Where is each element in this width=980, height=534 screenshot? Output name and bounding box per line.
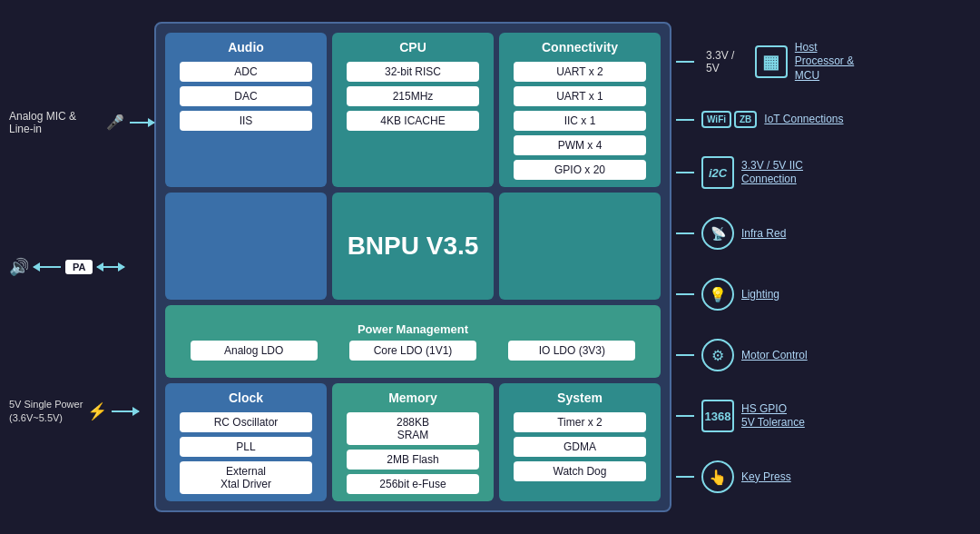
host-line <box>676 61 694 63</box>
core-ldo-box: Core LDO (1V1) <box>349 341 476 361</box>
xtal-box: ExternalXtal Driver <box>180 461 312 494</box>
speaker-arrow-left <box>34 266 61 268</box>
risc-box: 32-bit RISC <box>347 62 479 82</box>
power-section: Power Management Analog LDO Core LDO (1V… <box>165 305 661 378</box>
ir-line <box>676 232 694 234</box>
rc-osc-box: RC Oscillator <box>180 412 312 432</box>
speaker-icon: 🔊 <box>9 257 29 277</box>
voltage-label: 3.3V / 5V <box>706 49 748 74</box>
gpio-label: HS GPIO5V Tolerance <box>741 402 805 430</box>
gpio-line <box>676 415 694 417</box>
power-icon: ⚡ <box>87 401 107 421</box>
host-row: 3.3V / 5V ▦ HostProcessor & MCU <box>676 41 876 84</box>
mic-icon: 🎤 <box>106 114 124 131</box>
lighting-row: 💡 Lighting <box>676 278 876 311</box>
analog-mic-item: Analog MIC & Line-in 🎤 <box>9 110 154 135</box>
mhz-box: 215MHz <box>347 86 479 106</box>
iot-line <box>676 119 694 121</box>
ir-label: Infra Red <box>741 227 786 242</box>
connectivity-section: Connectivity UART x 2 UART x 1 IIC x 1 P… <box>499 33 661 187</box>
power-label: 5V Single Power(3.6V~5.5V) <box>9 398 83 424</box>
pa-arrow <box>97 266 124 268</box>
clock-title: Clock <box>229 391 263 405</box>
gpio-icon: 1368 <box>701 400 734 432</box>
system-section: System Timer x 2 GDMA Watch Dog <box>499 383 661 501</box>
memory-section: Memory 288KBSRAM 2MB Flash 256bit e-Fuse <box>332 383 494 501</box>
motor-label: Motor Control <box>741 349 808 363</box>
keypress-row: 👆 Key Press <box>676 460 876 493</box>
power-arrow <box>112 410 139 412</box>
audio-section: Audio ADC DAC IIS <box>165 33 327 187</box>
iic-label: 3.3V / 5V IICConnection <box>741 159 803 187</box>
cpu-title: CPU <box>399 40 426 54</box>
keypress-icon: 👆 <box>701 460 734 493</box>
pll-box: PLL <box>180 437 312 457</box>
connectivity-extra <box>499 193 661 300</box>
host-label: HostProcessor & MCU <box>795 41 876 84</box>
timer-box: Timer x 2 <box>514 412 646 432</box>
gpio-box: GPIO x 20 <box>514 160 646 180</box>
dac-box: DAC <box>180 86 312 106</box>
speaker-item: 🔊 PA <box>9 257 154 277</box>
bnpu-label: BNPU V3.5 <box>348 232 479 261</box>
gdma-box: GDMA <box>514 437 646 457</box>
icache-box: 4KB ICACHE <box>347 111 479 131</box>
pwm-box: PWM x 4 <box>514 135 646 155</box>
system-title: System <box>557 391 603 405</box>
power-inner: Power Management Analog LDO Core LDO (1V… <box>179 322 647 361</box>
cpu-section: CPU 32-bit RISC 215MHz 4KB ICACHE <box>332 33 494 187</box>
audio-extra <box>165 193 327 300</box>
mic-label: Analog MIC & Line-in <box>9 110 101 135</box>
wifi-icon: WiFi <box>701 111 731 128</box>
iot-label: IoT Connections <box>764 113 843 127</box>
iot-row: WiFi ZB IoT Connections <box>676 111 876 128</box>
power-title: Power Management <box>358 322 468 336</box>
zigbee-icon: ZB <box>734 111 757 128</box>
iis-box: IIS <box>180 111 312 131</box>
flash-box: 2MB Flash <box>347 450 479 470</box>
analog-ldo-box: Analog LDO <box>191 341 318 361</box>
bnpu-section: BNPU V3.5 <box>332 193 494 300</box>
gpio-row: 1368 HS GPIO5V Tolerance <box>676 400 876 432</box>
io-ldo-box: IO LDO (3V3) <box>508 341 635 361</box>
motor-icon: ⚙ <box>701 339 734 371</box>
adc-box: ADC <box>180 62 312 82</box>
chip-block: Audio ADC DAC IIS CPU 32-bit RISC 215MHz… <box>154 22 671 512</box>
connectivity-title: Connectivity <box>542 40 618 54</box>
lighting-label: Lighting <box>741 288 779 302</box>
right-labels: 3.3V / 5V ▦ HostProcessor & MCU WiFi ZB … <box>676 22 876 512</box>
keypress-label: Key Press <box>741 470 791 485</box>
audio-title: Audio <box>228 40 264 54</box>
motor-line <box>676 354 694 356</box>
lighting-icon: 💡 <box>701 278 734 311</box>
left-labels: Analog MIC & Line-in 🎤 🔊 PA 5V Single Po… <box>9 31 154 503</box>
power-boxes: Analog LDO Core LDO (1V1) IO LDO (3V3) <box>179 341 647 361</box>
host-icon: ▦ <box>755 45 788 78</box>
uart2-box: UART x 2 <box>514 62 646 82</box>
power-item: 5V Single Power(3.6V~5.5V) ⚡ <box>9 398 154 424</box>
sram-box: 288KBSRAM <box>347 412 479 445</box>
ir-icon: 📡 <box>701 217 734 250</box>
keypress-line <box>676 476 694 478</box>
uart1-box: UART x 1 <box>514 86 646 106</box>
motor-row: ⚙ Motor Control <box>676 339 876 371</box>
iic-box: IIC x 1 <box>514 111 646 131</box>
lighting-line <box>676 293 694 295</box>
clock-section: Clock RC Oscillator PLL ExternalXtal Dri… <box>165 383 327 501</box>
i2c-icon: i2C <box>701 156 734 189</box>
efuse-box: 256bit e-Fuse <box>347 474 479 494</box>
iic-line <box>676 172 694 173</box>
mic-arrow <box>130 122 154 124</box>
memory-title: Memory <box>388 391 437 405</box>
iic-conn-row: i2C 3.3V / 5V IICConnection <box>676 156 876 189</box>
watchdog-box: Watch Dog <box>514 461 646 481</box>
iot-icons: WiFi ZB <box>701 111 757 128</box>
ir-row: 📡 Infra Red <box>676 217 876 250</box>
pa-box: PA <box>65 260 93 274</box>
